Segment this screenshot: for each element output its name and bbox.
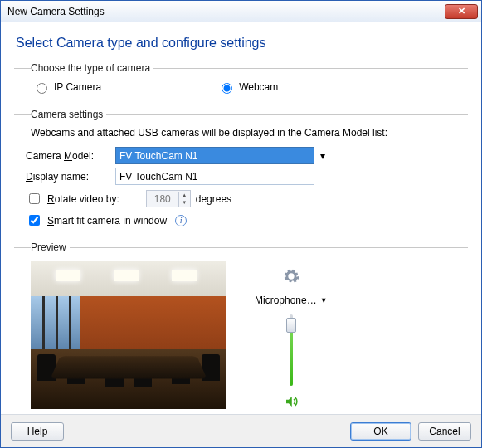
preview-group: Preview xyxy=(14,241,468,427)
close-icon: ✕ xyxy=(458,6,465,17)
rotate-unit: degrees xyxy=(196,193,231,205)
microphone-label: Microphone… xyxy=(255,295,317,306)
camera-model-value: FV TouchCam N1 xyxy=(119,150,197,162)
titlebar: New Camera Settings ✕ xyxy=(1,1,481,22)
camera-preview-image xyxy=(31,261,226,409)
microphone-panel: Microphone… ▼ xyxy=(255,266,328,426)
display-name-input[interactable] xyxy=(115,168,314,185)
smartfit-checkbox[interactable] xyxy=(29,215,40,226)
rotate-degrees-value: 180 xyxy=(147,193,178,205)
spinner-arrows[interactable]: ▲▼ xyxy=(178,192,190,207)
chevron-down-icon: ▾ xyxy=(315,148,330,163)
smartfit-row: Smart fit camera in window i xyxy=(26,212,468,228)
ip-camera-label: IP Camera xyxy=(54,81,101,93)
bottom-bar: Help OK Cancel xyxy=(1,414,481,447)
rotate-checkbox[interactable] xyxy=(29,193,40,204)
info-icon[interactable]: i xyxy=(175,215,187,226)
camera-model-dropdown[interactable]: FV TouchCam N1 ▾ xyxy=(115,147,314,164)
webcam-label: Webcam xyxy=(239,81,278,93)
settings-note: Webcams and attached USB cameras will be… xyxy=(31,127,468,139)
webcam-radio-input[interactable] xyxy=(222,83,232,94)
camera-settings-group: Camera settings Webcams and attached USB… xyxy=(14,109,468,236)
rotate-row: Rotate video by: 180 ▲▼ degrees xyxy=(26,190,468,207)
speaker-icon[interactable] xyxy=(284,394,299,412)
microphone-level-slider[interactable] xyxy=(283,314,299,386)
camera-type-group: Choose the type of camera IP Camera Webc… xyxy=(14,62,468,104)
camera-settings-legend: Camera settings xyxy=(31,109,106,120)
display-name-row: Display name: xyxy=(26,168,468,185)
page-title: Select Camera type and configure setting… xyxy=(16,36,468,51)
ok-button[interactable]: OK xyxy=(350,422,411,441)
ip-camera-radio[interactable]: IP Camera xyxy=(32,80,101,94)
help-button[interactable]: Help xyxy=(11,422,64,441)
rotate-label: Rotate video by: xyxy=(47,193,119,205)
window-title: New Camera Settings xyxy=(7,6,445,17)
ip-camera-radio-input[interactable] xyxy=(37,83,47,94)
webcam-radio[interactable]: Webcam xyxy=(217,80,278,94)
microphone-dropdown[interactable]: Microphone… ▼ xyxy=(255,295,328,306)
cancel-button[interactable]: Cancel xyxy=(418,422,471,441)
camera-type-legend: Choose the type of camera xyxy=(31,62,153,74)
gear-icon[interactable] xyxy=(281,266,301,286)
preview-legend: Preview xyxy=(31,241,70,253)
display-name-label: Display name: xyxy=(26,171,107,183)
smartfit-label: Smart fit camera in window xyxy=(47,215,167,226)
camera-model-label: Camera Model: xyxy=(26,150,107,162)
close-button[interactable]: ✕ xyxy=(445,4,478,19)
rotate-degrees-spinner[interactable]: 180 ▲▼ xyxy=(146,190,191,207)
chevron-down-icon: ▼ xyxy=(320,296,328,304)
camera-model-row: Camera Model: FV TouchCam N1 ▾ xyxy=(26,147,468,164)
